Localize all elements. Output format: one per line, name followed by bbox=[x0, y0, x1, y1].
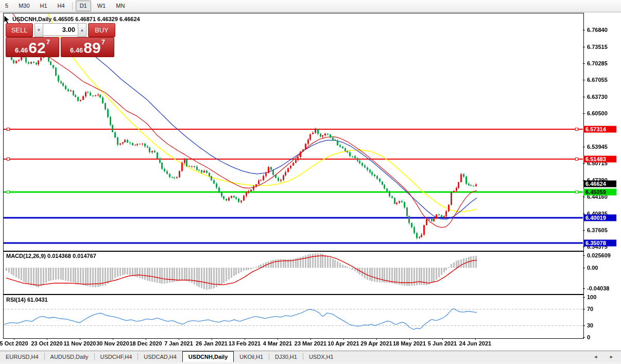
rsi-axis-label: 100 bbox=[587, 294, 596, 300]
price-tag: 6.35078 bbox=[583, 239, 616, 246]
date-axis-label: 7 Jan 2021 bbox=[164, 340, 193, 346]
buy-button[interactable]: BUY bbox=[88, 23, 115, 37]
date-axis-label: 24 Jun 2021 bbox=[459, 340, 491, 346]
price-axis-label: 6.60500 bbox=[587, 110, 608, 116]
rsi-axis-label: 30 bbox=[587, 322, 593, 328]
date-axis-label: 29 Apr 2021 bbox=[360, 340, 392, 346]
sell-quote-button[interactable]: 6.46 62 7 bbox=[6, 37, 59, 57]
price-axis-label: 6.67055 bbox=[587, 77, 608, 83]
price-tag: 6.40019 bbox=[583, 214, 616, 221]
timeframe-button-h1[interactable]: H1 bbox=[36, 1, 51, 11]
price-axis-label: 6.37605 bbox=[587, 227, 608, 233]
rsi-axis-label: 70 bbox=[587, 306, 593, 312]
tabs-scroll-left-icon[interactable]: ◄ bbox=[593, 354, 598, 359]
timeframe-button-w1[interactable]: W1 bbox=[93, 1, 110, 11]
price-tag: 6.57314 bbox=[583, 126, 616, 133]
price-axis-label: 6.76840 bbox=[587, 27, 608, 33]
rsi-axis-label: 0 bbox=[587, 334, 590, 340]
macd-axis-label: 0.025609 bbox=[587, 252, 611, 258]
date-axis-label: 18 May 2021 bbox=[393, 340, 426, 346]
date-axis-label: 30 Nov 2020 bbox=[96, 340, 129, 346]
chart-tab-usdchf[interactable]: USDCHF,H4 bbox=[95, 351, 138, 362]
date-axis-label: 5 Jun 2021 bbox=[428, 340, 457, 346]
date-axis-label: 18 Dec 2020 bbox=[130, 340, 162, 346]
sell-price-prefix: 6.46 bbox=[15, 46, 28, 54]
date-axis-label: 23 Mar 2021 bbox=[295, 340, 326, 346]
buy-quote-button[interactable]: 6.46 89 7 bbox=[61, 37, 114, 57]
date-axis-label: 11 Nov 2020 bbox=[64, 340, 96, 346]
rsi-indicator-label: RSI(14) 61.0431 bbox=[6, 297, 48, 303]
macd-axis-label: -0.04038 bbox=[587, 285, 609, 291]
chart-tab-bar: EURUSD,H4AUDUSD,DailyUSDCHF,H4USDCAD,H4U… bbox=[0, 351, 621, 362]
sell-price-main: 62 bbox=[28, 40, 45, 56]
macd-indicator-label: MACD(12,26,9) 0.014368 0.014767 bbox=[6, 253, 96, 259]
macd-axis-label: 0.00 bbox=[587, 265, 598, 271]
price-tag: 6.46624 bbox=[583, 181, 616, 187]
timeframe-button-h4[interactable]: H4 bbox=[54, 1, 69, 11]
chart-tab-usdx[interactable]: USDX,H1 bbox=[303, 351, 339, 362]
chart-tab-eurusd[interactable]: EURUSD,H4 bbox=[0, 351, 44, 362]
tabs-scroll-right-icon[interactable]: ► bbox=[609, 354, 614, 359]
toolbar-separator bbox=[72, 2, 73, 10]
date-axis-label: 13 Feb 2021 bbox=[229, 340, 261, 346]
one-click-trading-widget: SELL ▼ ▲ BUY 6.46 62 7 6.46 89 7 bbox=[6, 23, 115, 57]
buy-price-main: 89 bbox=[83, 40, 100, 56]
status-bar bbox=[0, 362, 621, 364]
price-axis-label: 6.63730 bbox=[587, 94, 608, 100]
volume-increase-button[interactable]: ▲ bbox=[78, 23, 87, 37]
chart-title-ohlc: USDCNH,Daily 6.46505 6.46871 6.46329 6.4… bbox=[12, 16, 140, 22]
price-axis-label: 6.53945 bbox=[587, 144, 608, 150]
chart-tab-dj30[interactable]: DJ30,H1 bbox=[269, 351, 303, 362]
price-tag: 6.51483 bbox=[583, 156, 616, 163]
buy-price-prefix: 6.46 bbox=[70, 46, 83, 54]
date-axis-label: 23 Oct 2020 bbox=[31, 340, 62, 346]
price-axis-label: 6.70285 bbox=[587, 60, 608, 66]
timeframe-button-d1[interactable]: D1 bbox=[76, 1, 91, 11]
date-axis-label: 4 Mar 2021 bbox=[263, 340, 292, 346]
sell-button[interactable]: SELL bbox=[6, 23, 33, 37]
timeframe-button-5[interactable]: 5 bbox=[1, 1, 12, 11]
chart-tab-usdcnh[interactable]: USDCNH,Daily bbox=[182, 351, 234, 362]
date-axis-label: 26 Jan 2021 bbox=[196, 340, 228, 346]
price-tag: 6.45059 bbox=[583, 188, 616, 195]
chart-tab-usdcad[interactable]: USDCAD,H4 bbox=[138, 351, 182, 362]
buy-price-pip: 7 bbox=[101, 38, 105, 46]
volume-decrease-button[interactable]: ▼ bbox=[34, 23, 43, 37]
timeframe-button-mn[interactable]: MN bbox=[112, 1, 129, 11]
price-axis-label: 6.73515 bbox=[587, 44, 608, 50]
volume-input[interactable] bbox=[43, 23, 78, 36]
chart-tab-ukoil[interactable]: UKOil,H1 bbox=[234, 351, 269, 362]
date-axis-label: 10 Apr 2021 bbox=[327, 340, 359, 346]
date-axis-label: 5 Oct 2020 bbox=[0, 340, 28, 346]
chart-tab-audusd[interactable]: AUDUSD,Daily bbox=[45, 351, 94, 362]
timeframe-toolbar: 5M30H1H4D1W1MN bbox=[0, 0, 621, 12]
mt4-window: 5M30H1H4D1W1MN USDCNH,Daily 6.46505 6.46… bbox=[0, 0, 621, 364]
sell-price-pip: 7 bbox=[46, 38, 50, 46]
timeframe-button-m30[interactable]: M30 bbox=[14, 1, 33, 11]
